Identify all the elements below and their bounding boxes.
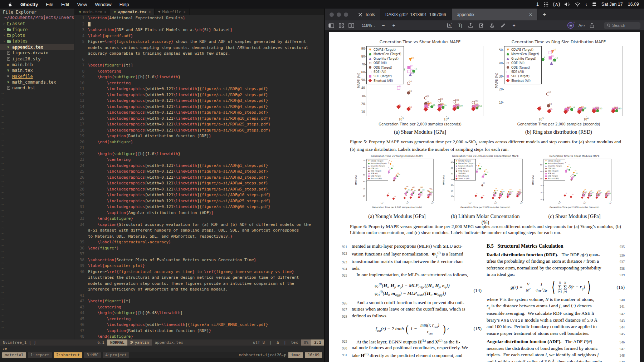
pdf-content-area[interactable]: Generation Time vs Shear Modulus MAPE102… [325, 31, 644, 362]
file-explorer-item-main.bib[interactable]: ▤main.bib [0, 62, 74, 68]
code-line[interactable]: a-Si dataset with different numbers of s… [74, 228, 324, 234]
code-line[interactable]: 1\section{Additional Experimental Result… [74, 15, 324, 21]
code-line[interactable]: 6 [74, 57, 324, 63]
code-line[interactable]: 21 [74, 145, 324, 151]
code-line[interactable]: 36\end{figure*} [74, 246, 324, 252]
zoom-window-icon[interactable] [344, 13, 348, 17]
code-line[interactable]: 9 \begin{subfigure}[b]{1.0\linewidth} [74, 74, 324, 80]
code-line[interactable]: 14 \includegraphics[width=0.121\linewidt… [74, 104, 324, 110]
close-window-icon[interactable] [330, 13, 334, 17]
sidebar-toggle-icon[interactable] [328, 23, 334, 28]
code-line[interactable]: 4\label{apx:rdf-adf} [74, 33, 324, 39]
code-line[interactable]: 8 \centering [74, 69, 324, 75]
code-line[interactable]: illustrates the structural and inverse d… [74, 275, 324, 281]
code-line[interactable]: inference efficiency of AMShortcut and t… [74, 287, 324, 293]
file-explorer-item-Makefile[interactable]: ♥Makefile [0, 74, 74, 79]
code-line[interactable]: 18 \includegraphics[width=0.121\linewidt… [74, 128, 324, 134]
menu-view[interactable]: View [73, 0, 91, 9]
code-line[interactable]: 38\subsection{Scatter Plots of Evaluatio… [74, 257, 324, 263]
tmux-window-3:HMC[interactable]: 3:HMC [84, 352, 101, 358]
editor-tab-appendix.tex[interactable]: ∨appendix.tex× [110, 9, 155, 15]
code-line[interactable]: 35 \label{fig:structural-accuracy} [74, 239, 324, 246]
file-explorer-item-tables[interactable]: ›tables [0, 38, 74, 44]
tmux-window-1:report[interactable]: 1:report [28, 352, 52, 358]
pdf-tab-appendix[interactable]: appendix ✕ [452, 9, 538, 20]
pen-tool-icon[interactable] [501, 23, 505, 28]
translate-icon[interactable]: A⇄x [579, 23, 585, 28]
menu-edit[interactable]: Edit [58, 0, 73, 9]
apple-menu-icon[interactable] [4, 0, 16, 9]
tmux-session-name[interactable]: material [2, 352, 26, 358]
text-tool-icon[interactable]: T| [458, 23, 462, 28]
code-line[interactable]: 30 \includegraphics[width=0.121\linewidt… [74, 198, 324, 204]
code-line[interactable]: 32 \caption{Angular distribution functio… [74, 210, 324, 216]
close-tab-icon[interactable]: × [148, 10, 151, 14]
code-line[interactable]: 44 \begin{subfigure}[b]{0.48\linewidth} [74, 310, 324, 316]
code-line[interactable]: models across various sampling step coun… [74, 45, 324, 51]
minimize-window-icon[interactable] [337, 13, 341, 17]
menubar-date[interactable]: Sat Jan 17 [601, 2, 623, 7]
vim-cmdline[interactable]: :e [0, 346, 324, 352]
thumbnail-view-icon[interactable] [339, 23, 344, 28]
ai-assistant-icon[interactable]: ai [567, 22, 574, 29]
editor-tab-Makefile[interactable]: ♥Makefile× [155, 9, 189, 15]
search-input[interactable]: Search [604, 22, 640, 29]
close-tab-icon[interactable]: × [104, 10, 106, 14]
code-line[interactable]: 33 \end{subfigure} [74, 216, 324, 222]
file-explorer-item-main.tex[interactable]: ∨main.tex [0, 68, 74, 73]
zoom-in-button[interactable]: + [391, 23, 396, 28]
file-explorer-item-appendix.tex[interactable]: ∨appendix.tex [0, 44, 74, 50]
code-area[interactable]: 1\section{Additional Experimental Result… [74, 15, 324, 339]
pdf-tab-other[interactable]: DAKI3-gr02_1818601_1367066_Han... [380, 9, 452, 20]
code-line[interactable]: 15 \includegraphics[width=0.121\linewidt… [74, 110, 324, 116]
code-line[interactable]: 19 \caption{Radial distribution function… [74, 133, 324, 139]
code-line[interactable]: 16 \includegraphics[width=0.121\linewidt… [74, 116, 324, 122]
menu-help[interactable]: Help [116, 0, 133, 9]
code-line[interactable]: 47 \caption{Radial distribution function… [74, 328, 324, 334]
code-line[interactable]: 25 \includegraphics[width=0.121\linewidt… [74, 169, 324, 175]
code-line[interactable]: 45 \centering [74, 316, 324, 322]
code-line[interactable]: 31 \includegraphics[width=0.121\linewidt… [74, 204, 324, 210]
code-line[interactable]: 40Figures~\ref{fig:structural-accuracy-v… [74, 269, 324, 275]
stamp-icon[interactable] [490, 23, 494, 28]
code-line[interactable]: 13 \includegraphics[width=0.121\linewidt… [74, 98, 324, 104]
code-line[interactable]: 10 \centering [74, 80, 324, 86]
stats-icon[interactable] [592, 2, 596, 6]
file-explorer-item-math_commands.tex[interactable]: ∨math_commands.tex [0, 79, 74, 85]
code-line[interactable]: 39\label{apx:scatter-plot} [74, 263, 324, 269]
code-line[interactable]: 2 [74, 21, 324, 28]
code-line[interactable]: 12 \includegraphics[width=0.121\linewidt… [74, 92, 324, 98]
code-line[interactable]: 41 [74, 293, 324, 299]
code-line[interactable]: 23 \centering [74, 157, 324, 163]
more-tools-button[interactable]: + [511, 23, 517, 28]
menu-window[interactable]: Window [91, 0, 115, 9]
input-source-icon[interactable]: A [553, 2, 560, 7]
code-line[interactable]: 43 \centering [74, 304, 324, 311]
code-line[interactable]: 22 \begin{subfigure}[b]{1.0\linewidth} [74, 151, 324, 157]
code-line[interactable]: 48 \end{subfigure} [74, 334, 324, 339]
tmux-window-2:shortcut[interactable]: 2:shortcut [54, 352, 82, 358]
share-upload-icon[interactable] [468, 23, 473, 28]
editor-tab-main.tex[interactable]: ∨main.tex× [75, 9, 110, 15]
file-explorer-item-named.bst[interactable]: named.bst [0, 85, 74, 91]
code-line[interactable]: 28 \includegraphics[width=0.121\linewidt… [74, 187, 324, 193]
file-explorer-item-ijcai26.sty[interactable]: ijcai26.sty [0, 56, 74, 61]
code-line[interactable]: 34 \caption{Structural accuracy evaluati… [74, 222, 324, 228]
menubar-clock[interactable]: 16.09 [628, 2, 639, 7]
volume-icon[interactable] [565, 2, 570, 6]
tools-tab[interactable]: Tools [353, 9, 380, 20]
code-line[interactable]: 7\begin{figure*}[t!] [74, 63, 324, 69]
ocr-text-icon[interactable]: A [447, 23, 452, 28]
file-explorer-item-asset[interactable]: ›asset [0, 21, 74, 26]
tmux-window-4:project[interactable]: 4:project [103, 352, 129, 358]
code-line[interactable]: to Material ODE, Material SDE, and AMSho… [74, 234, 324, 240]
code-line[interactable]: 20 \end{subfigure} [74, 139, 324, 145]
file-explorer-path[interactable]: ~/Documents/Projects/Inverse [0, 15, 74, 21]
file-explorer-item-plots[interactable]: ›plots [0, 33, 74, 38]
file-explorer-item-figure[interactable]: ›figure [0, 26, 74, 32]
zoom-level-select[interactable]: 118%⌄ [362, 23, 376, 28]
annotate-note-icon[interactable] [479, 23, 484, 28]
app-grid-icon[interactable] [544, 2, 548, 7]
file-explorer-item-figures.drawio[interactable]: figures.drawio [0, 50, 74, 56]
export-icon[interactable] [590, 23, 594, 28]
